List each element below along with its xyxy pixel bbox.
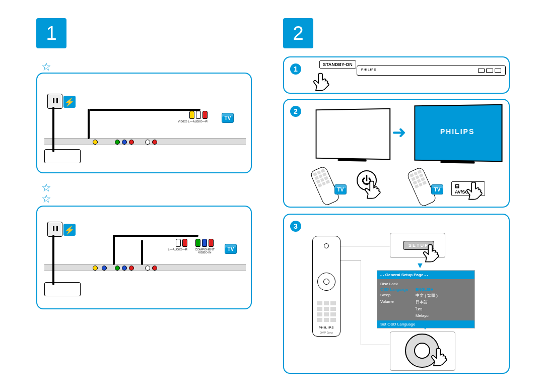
wall-outlet-icon [47, 222, 62, 237]
player-back-strip [44, 264, 246, 271]
tv-icon: TV [222, 113, 234, 123]
component-label: COMPONENT VIDEO IN [195, 248, 215, 254]
brand-label: PHILIPS [361, 68, 376, 71]
tv-icon: TV [225, 244, 237, 254]
step-number: 1 [46, 23, 56, 44]
power-icon: ⚡ [63, 96, 76, 108]
power-icon: ⚡ [63, 224, 76, 236]
tv-composite-inputs [189, 111, 208, 119]
power-button-icon: ⏻ [357, 170, 377, 190]
osd-body: Disc Lock OSD LanguageENGLISH Sleep中文 ( … [377, 279, 474, 320]
av-source-label: ⊟ AV/SOURCE [451, 181, 485, 196]
step-1-badge: 1 [36, 18, 66, 48]
power-plug-socket [44, 149, 81, 163]
player-remote: PHILIPS DVP 3xxx [312, 236, 341, 337]
star-icon: ☆ [41, 193, 51, 205]
substep-2-badge: 2 [290, 106, 301, 117]
power-plug-socket [44, 282, 81, 296]
tv-icon: TV [334, 184, 347, 194]
wall-outlet-icon [47, 94, 62, 109]
tv-component-inputs [195, 239, 214, 247]
brand-label: PHILIPS [415, 127, 501, 136]
panel-connection-composite: ⚡ VIDEO L—AUDIO—R TV [36, 73, 252, 173]
tv-off [316, 108, 391, 160]
step-2-badge: 2 [283, 18, 313, 48]
tv-audio-inputs [176, 239, 187, 247]
substep-3-badge: 3 [290, 221, 301, 232]
panel-connection-component: ⚡ L—AUDIO—R COMPONENT VIDEO IN TV [36, 206, 252, 309]
standby-on-label: STANDBY-ON [319, 60, 356, 69]
remote-model-label: DVP 3xxx [313, 331, 340, 334]
step-number: 2 [293, 23, 303, 44]
down-arrow-icon: ▼ [421, 322, 429, 332]
osd-menu: - - General Setup Page - - Disc Lock OSD… [377, 270, 475, 329]
panel-power-player: 1 STANDBY-ON PHILIPS [283, 56, 510, 94]
panel-tv-source: 2 TV ⏻ ➜ PHILIPS TV ⊟ AV/SOURCE [283, 99, 510, 208]
player-back-strip [44, 138, 246, 145]
star-icon: ☆ [41, 61, 51, 73]
tv-on: PHILIPS [414, 104, 502, 162]
video-audio-label: VIDEO L—AUDIO—R [178, 120, 208, 123]
pointing-hand-icon [312, 72, 333, 93]
osd-header: - - General Setup Page - - [377, 271, 474, 279]
arrow-right-icon: ➜ [392, 122, 406, 142]
audio-lr-label: L—AUDIO—R [168, 248, 187, 251]
panel-setup-menu: 3 PHILIPS DVP 3xxx SETUP ▼ [283, 214, 510, 374]
brand-label: PHILIPS [313, 326, 340, 329]
substep-1-badge: 1 [290, 63, 301, 75]
dvd-player-icon: PHILIPS [357, 66, 506, 76]
setup-button: SETUP [403, 241, 434, 250]
down-arrow-icon: ▼ [416, 261, 424, 270]
star-icon: ☆ [41, 182, 51, 193]
nav-wheel [405, 334, 439, 368]
tv-icon: TV [431, 184, 443, 194]
